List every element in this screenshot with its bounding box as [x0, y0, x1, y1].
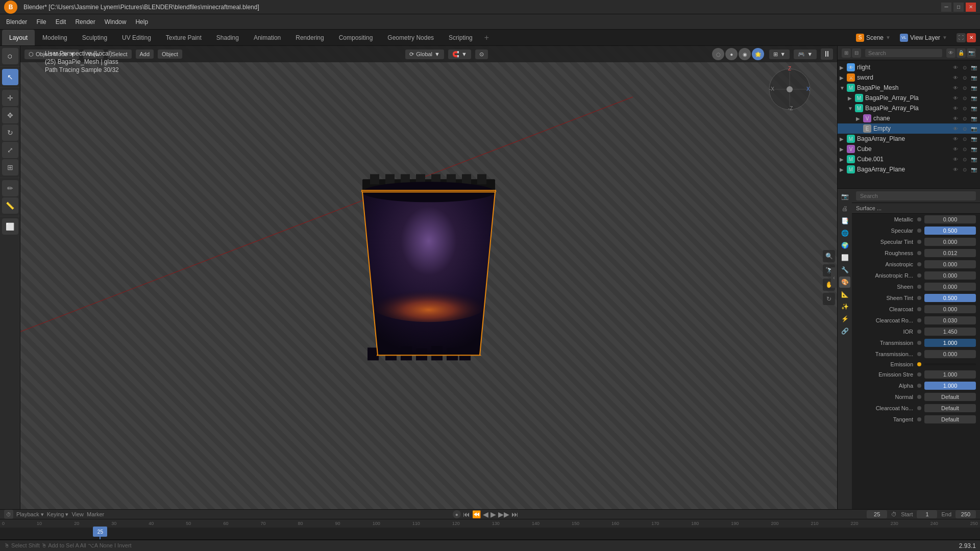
rotate-tool[interactable]: ↻ [2, 124, 18, 141]
add-workspace-button[interactable]: + [480, 30, 493, 45]
step-forward-button[interactable]: ▶▶ [498, 510, 509, 518]
property-value[interactable]: 1.000 [924, 370, 976, 379]
step-back-button[interactable]: ◀ [483, 510, 488, 518]
zoom-in-gizmo[interactable]: 🔍 [823, 250, 835, 262]
menu-file[interactable]: File [32, 17, 50, 27]
particle-properties-icon[interactable]: ✨ [839, 301, 850, 312]
property-value[interactable]: Default [924, 415, 976, 423]
gizmo-toggle[interactable]: 🎮 ▼ [794, 49, 817, 59]
close-workspace-icon[interactable]: ✕ [967, 33, 976, 42]
selectable-icon[interactable]: ⊙ [961, 114, 969, 122]
maximize-button[interactable]: □ [953, 3, 964, 12]
tree-item[interactable]: ▶Vchane 👁 ⊙ 📷 [838, 113, 980, 123]
render-icon[interactable]: 📷 [970, 104, 978, 112]
render-icon[interactable]: 📷 [970, 63, 978, 71]
selectable-icon[interactable]: ⊙ [961, 73, 969, 82]
render-icon[interactable]: 📷 [970, 135, 978, 143]
visibility-icon[interactable]: 👁 [951, 63, 960, 71]
visibility-icon[interactable]: 👁 [951, 124, 960, 133]
render-options[interactable]: ⏸ [821, 48, 833, 60]
render-icon[interactable]: 📷 [970, 73, 978, 82]
property-dot[interactable] [917, 240, 921, 244]
outliner-camera-icon[interactable]: 📷 [967, 48, 976, 58]
outliner-toggle-all[interactable]: 👁 [946, 48, 955, 58]
data-properties-icon[interactable]: 📐 [839, 289, 850, 300]
property-value[interactable]: Default [924, 404, 976, 412]
property-value[interactable]: 1.000 [924, 339, 976, 347]
tree-item[interactable]: ▶⚔sword 👁 ⊙ 📷 [838, 72, 980, 83]
select-tool[interactable]: ↖ [2, 69, 18, 85]
render-icon[interactable]: 📷 [970, 145, 978, 153]
cursor-tool[interactable]: ✛ [2, 90, 18, 106]
property-value[interactable]: 0.500 [924, 294, 976, 302]
property-dot[interactable] [917, 341, 921, 345]
tree-item[interactable]: ▼MBagaPie_Array_Pla 👁 ⊙ 📷 [838, 103, 980, 113]
property-value[interactable]: 0.000 [924, 350, 976, 358]
tree-item[interactable]: EEmpty 👁 ⊙ 📷 [838, 123, 980, 134]
transform-space[interactable]: ⟳ Global ▼ [405, 49, 444, 59]
selectable-icon[interactable]: ⊙ [961, 135, 969, 143]
property-dot[interactable] [917, 372, 921, 377]
tree-expand-arrow[interactable]: ▶ [840, 136, 847, 142]
render-icon[interactable]: 📷 [970, 94, 978, 102]
playback-menu[interactable]: Playback ▾ [16, 511, 44, 518]
constraint-properties-icon[interactable]: 🔗 [839, 325, 850, 337]
tab-compositing[interactable]: Compositing [332, 30, 380, 45]
marker-menu[interactable]: Marker [87, 511, 104, 517]
menu-help[interactable]: Help [131, 17, 152, 27]
property-dot[interactable] [917, 285, 921, 289]
tab-modeling[interactable]: Modeling [35, 30, 75, 45]
render-icon[interactable]: 📷 [970, 114, 978, 122]
modifier-properties-icon[interactable]: 🔧 [839, 264, 850, 276]
add-cube-tool[interactable]: ⬜ [2, 218, 18, 235]
current-frame-input[interactable] [867, 510, 887, 518]
timeline-ruler[interactable]: 0 10 20 30 40 50 60 70 80 90 100 110 120… [0, 519, 980, 540]
tree-expand-arrow[interactable]: ▼ [840, 85, 847, 91]
outliner-view-icon[interactable]: ⊞ [842, 48, 851, 58]
timeline-type-icon[interactable]: ⏱ [4, 510, 13, 519]
scene-properties-icon[interactable]: 🌐 [839, 228, 850, 239]
tab-animation[interactable]: Animation [247, 30, 288, 45]
world-properties-icon[interactable]: 🌍 [839, 240, 850, 251]
property-value[interactable]: 0.000 [924, 305, 976, 313]
visibility-icon[interactable]: 👁 [951, 135, 960, 143]
selectable-icon[interactable]: ⊙ [961, 63, 969, 71]
visibility-icon[interactable]: 👁 [951, 104, 960, 112]
viewport-add-menu[interactable]: Add [136, 49, 154, 59]
tab-texture-paint[interactable]: Texture Paint [159, 30, 209, 45]
property-dot[interactable] [917, 318, 921, 322]
tree-expand-arrow[interactable]: ▶ [840, 146, 847, 152]
jump-to-start-button[interactable]: ⏮ [463, 510, 470, 518]
tab-geometry-nodes[interactable]: Geometry Nodes [380, 30, 441, 45]
menu-blender[interactable]: Blender [2, 17, 31, 27]
visibility-icon[interactable]: 👁 [951, 145, 960, 153]
property-value[interactable]: 0.000 [924, 260, 976, 268]
transform-tool[interactable]: ⊞ [2, 159, 18, 176]
view-menu[interactable]: View [71, 511, 84, 517]
render-icon[interactable]: 📷 [970, 165, 978, 173]
play-button[interactable]: ▶ [491, 510, 496, 518]
outliner-search[interactable] [865, 49, 942, 57]
property-dot[interactable] [917, 307, 921, 311]
properties-search[interactable] [856, 191, 976, 201]
property-dot[interactable] [917, 362, 921, 366]
visibility-icon[interactable]: 👁 [951, 73, 960, 82]
tree-item[interactable]: ▶MCube.001 👁 ⊙ 📷 [838, 154, 980, 164]
visibility-icon[interactable]: 👁 [951, 114, 960, 122]
selectable-icon[interactable]: ⊙ [961, 84, 969, 92]
material-properties-icon[interactable]: 🎨 [839, 277, 850, 288]
visibility-icon[interactable]: 👁 [951, 155, 960, 163]
keying-menu[interactable]: Keying ▾ [47, 511, 69, 518]
wireframe-shading[interactable]: ◌ [712, 48, 724, 60]
render-icon[interactable]: 📷 [970, 84, 978, 92]
snap-toggle[interactable]: 🧲 ▼ [448, 49, 471, 59]
end-frame-input[interactable] [955, 510, 976, 518]
overlay-toggle[interactable]: ⊞ ▼ [769, 49, 790, 59]
property-value[interactable]: 0.000 [924, 238, 976, 246]
property-value[interactable]: 1.000 [924, 382, 976, 390]
collapse-panel-button[interactable]: ‹ [831, 267, 837, 288]
tree-item[interactable]: ▼MBagaPie_Mesh 👁 ⊙ 📷 [838, 83, 980, 93]
property-value[interactable]: 0.030 [924, 316, 976, 324]
property-dot[interactable] [917, 251, 921, 255]
property-value[interactable]: 0.000 [924, 283, 976, 291]
